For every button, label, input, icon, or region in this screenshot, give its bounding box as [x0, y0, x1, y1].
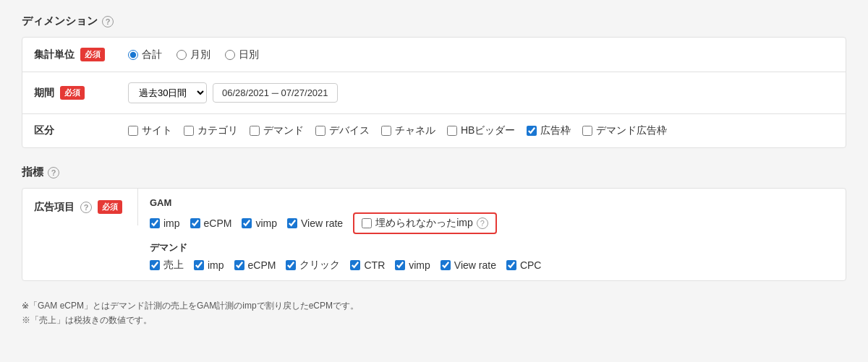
period-required-badge: 必須 [60, 86, 85, 100]
demand-view-rate[interactable]: View rate [441, 259, 496, 271]
demand-section: デマンド 売上 imp eCPM [150, 241, 834, 272]
checkbox-device-input[interactable] [315, 126, 326, 136]
dimensions-table: 集計単位 必須 合計 月別 日別 [22, 38, 846, 147]
gam-unfilled-imp-input[interactable] [362, 218, 372, 228]
gam-imp-label: imp [163, 217, 180, 229]
category-row: 区分 サイト カテゴリ デマンド [22, 114, 846, 148]
demand-imp-input[interactable] [194, 260, 204, 270]
radio-monthly-input[interactable] [176, 50, 187, 60]
checkbox-demand-ad-slot[interactable]: デマンド広告枠 [582, 124, 667, 137]
demand-sales[interactable]: 売上 [150, 259, 184, 272]
gam-ecpm-input[interactable] [190, 218, 200, 228]
checkbox-category-label: カテゴリ [197, 124, 238, 137]
checkbox-category-input[interactable] [184, 126, 194, 136]
checkbox-category[interactable]: カテゴリ [184, 124, 238, 137]
gam-view-rate-input[interactable] [287, 218, 297, 228]
period-label: 期間 [34, 87, 54, 100]
gam-view-rate-label: View rate [301, 217, 343, 229]
checkbox-hb-bidder[interactable]: HBビッダー [447, 124, 515, 137]
gam-imp-input[interactable] [150, 218, 160, 228]
gam-imp[interactable]: imp [150, 217, 180, 229]
period-label-cell: 期間 必須 [22, 72, 116, 114]
checkbox-site-label: サイト [142, 124, 172, 137]
demand-click-input[interactable] [286, 260, 296, 270]
checkbox-site[interactable]: サイト [128, 124, 172, 137]
radio-total-input[interactable] [128, 50, 138, 60]
checkbox-demand[interactable]: デマンド [250, 124, 304, 137]
demand-sales-input[interactable] [150, 260, 160, 270]
checkbox-channel[interactable]: チャネル [381, 124, 435, 137]
period-dropdown[interactable]: 過去30日間 [128, 82, 207, 103]
metrics-section: 広告項目 ? 必須 GAM imp eCPM [22, 188, 846, 281]
metrics-help-icon[interactable]: ? [48, 167, 59, 178]
checkbox-ad-slot[interactable]: 広告枠 [527, 124, 571, 137]
demand-ecpm-label: eCPM [248, 259, 276, 271]
demand-ctr[interactable]: CTR [350, 259, 385, 271]
aggregation-label-cell: 集計単位 必須 [22, 38, 116, 72]
period-row: 期間 必須 過去30日間 06/28/2021 ─ 07/27/2021 [22, 72, 846, 114]
dimensions-section: 集計単位 必須 合計 月別 日別 [22, 37, 846, 148]
demand-ecpm-input[interactable] [234, 260, 244, 270]
period-options-cell: 過去30日間 06/28/2021 ─ 07/27/2021 [116, 72, 846, 114]
metrics-section-title: 指標 ? [22, 165, 846, 179]
category-label-cell: 区分 [22, 114, 116, 148]
radio-total[interactable]: 合計 [128, 48, 162, 61]
demand-imp-label: imp [208, 259, 224, 271]
demand-cpc-input[interactable] [506, 260, 516, 270]
aggregation-radio-group: 合計 月別 日別 [128, 48, 834, 61]
demand-ctr-input[interactable] [350, 260, 360, 270]
demand-sales-label: 売上 [163, 259, 184, 272]
demand-ctr-label: CTR [364, 259, 385, 271]
notes-area: ※「GAM eCPM」とはデマンド計測の売上をGAM計測のimpで割り戻したeC… [22, 298, 846, 328]
checkbox-demand-ad-slot-input[interactable] [582, 126, 592, 136]
ad-items-label: 広告項目 [34, 201, 75, 214]
demand-vimp[interactable]: vimp [395, 259, 430, 271]
gam-label: GAM [150, 197, 834, 208]
dimensions-title-text: ディメンション [22, 14, 98, 28]
radio-daily-label: 日別 [239, 48, 259, 61]
checkbox-device[interactable]: デバイス [315, 124, 370, 137]
checkbox-demand-input[interactable] [250, 126, 260, 136]
gam-section: GAM imp eCPM vimp [150, 197, 834, 234]
demand-ecpm[interactable]: eCPM [234, 259, 276, 271]
gam-unfilled-imp-label: 埋められなかったimp [375, 217, 473, 230]
demand-click[interactable]: クリック [286, 259, 340, 272]
aggregation-label: 集計単位 [34, 48, 75, 61]
checkbox-site-input[interactable] [128, 126, 138, 136]
unfilled-imp-highlight: 埋められなかったimp ? [353, 212, 497, 234]
demand-label: デマンド [150, 241, 834, 254]
gam-unfilled-imp[interactable]: 埋められなかったimp [362, 217, 473, 230]
demand-cpc[interactable]: CPC [506, 259, 542, 271]
demand-click-label: クリック [299, 259, 340, 272]
unfilled-imp-help-icon[interactable]: ? [477, 217, 488, 229]
radio-total-label: 合計 [142, 48, 162, 61]
note-2: ※「売上」は税抜きの数値です。 [22, 313, 846, 327]
checkbox-channel-label: チャネル [395, 124, 435, 137]
gam-ecpm[interactable]: eCPM [190, 217, 232, 229]
demand-vimp-input[interactable] [395, 260, 405, 270]
checkbox-hb-bidder-input[interactable] [447, 126, 457, 136]
gam-view-rate[interactable]: View rate [287, 217, 343, 229]
gam-vimp-input[interactable] [242, 218, 252, 228]
checkbox-hb-bidder-label: HBビッダー [461, 124, 515, 137]
ad-items-required-badge: 必須 [98, 200, 122, 214]
note-1: ※「GAM eCPM」とはデマンド計測の売上をGAM計測のimpで割り戻したeC… [22, 298, 846, 313]
gam-vimp-label: vimp [255, 217, 277, 229]
radio-daily-input[interactable] [225, 50, 235, 60]
ad-items-help-icon[interactable]: ? [80, 202, 92, 213]
demand-view-rate-input[interactable] [441, 260, 451, 270]
dimensions-section-title: ディメンション ? [22, 14, 846, 28]
gam-checkbox-row: imp eCPM vimp View rate [150, 212, 834, 234]
demand-imp[interactable]: imp [194, 259, 224, 271]
ad-items-row: 広告項目 ? 必須 GAM imp eCPM [22, 189, 846, 280]
dimensions-help-icon[interactable]: ? [102, 16, 114, 27]
checkbox-device-label: デバイス [329, 124, 370, 137]
category-options-cell: サイト カテゴリ デマンド デバイス [116, 114, 846, 148]
checkbox-channel-input[interactable] [381, 126, 391, 136]
radio-monthly[interactable]: 月別 [176, 48, 210, 61]
radio-daily[interactable]: 日別 [225, 48, 259, 61]
checkbox-ad-slot-input[interactable] [527, 126, 537, 136]
checkbox-ad-slot-label: 広告枠 [540, 124, 571, 137]
gam-vimp[interactable]: vimp [242, 217, 277, 229]
ad-items-label-cell: 広告項目 ? 必須 [22, 189, 138, 225]
